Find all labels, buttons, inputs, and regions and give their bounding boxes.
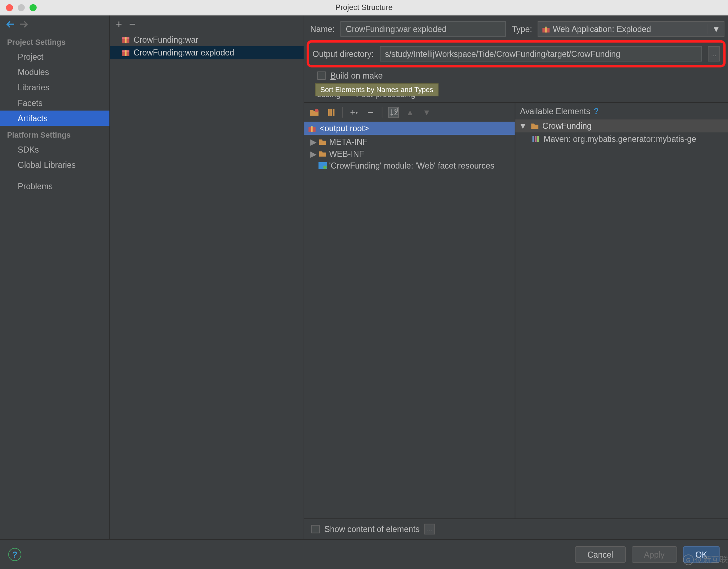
help-icon[interactable]: ? bbox=[594, 106, 599, 116]
show-content-checkbox[interactable] bbox=[311, 525, 320, 533]
dialog-footer: ? Cancel Apply OK bbox=[0, 539, 728, 569]
available-root[interactable]: ▼ CrowFunding bbox=[515, 119, 728, 133]
remove-icon[interactable]: − bbox=[365, 107, 376, 118]
sidebar-item-project[interactable]: Project bbox=[0, 49, 109, 64]
artifact-item[interactable]: CrowFunding:war bbox=[110, 33, 304, 46]
expand-icon[interactable]: ▼ bbox=[519, 121, 527, 131]
svg-rect-15 bbox=[311, 126, 312, 132]
show-content-label: Show content of elements bbox=[325, 524, 420, 534]
svg-rect-18 bbox=[532, 136, 534, 142]
available-title: Available Elements bbox=[520, 106, 590, 116]
svg-rect-7 bbox=[546, 27, 547, 33]
svg-rect-11 bbox=[333, 109, 334, 116]
name-label: Name: bbox=[310, 24, 335, 34]
sidebar-item-libraries[interactable]: Libraries bbox=[0, 80, 109, 95]
folder-icon bbox=[318, 138, 327, 145]
tree-label: 'CrowFunding' module: 'Web' facet resour… bbox=[329, 161, 494, 170]
svg-rect-20 bbox=[537, 136, 539, 142]
new-folder-icon[interactable] bbox=[309, 107, 320, 118]
sort-tooltip: Sort Elements by Names and Types bbox=[315, 83, 439, 96]
sidebar: Project Settings Project Modules Librari… bbox=[0, 15, 110, 539]
artifact-icon bbox=[308, 124, 316, 132]
forward-icon[interactable] bbox=[19, 20, 28, 28]
name-input[interactable] bbox=[341, 21, 506, 37]
watermark-text: 创新互联 bbox=[695, 554, 728, 565]
type-value: Web Application: Exploded bbox=[553, 24, 651, 34]
add-artifact-icon[interactable]: + bbox=[116, 19, 122, 30]
output-root[interactable]: <output root> bbox=[304, 122, 515, 135]
svg-point-17 bbox=[323, 165, 327, 169]
window-title: Project Structure bbox=[0, 3, 728, 12]
tree-row[interactable]: 'CrowFunding' module: 'Web' facet resour… bbox=[304, 160, 515, 171]
output-layout-panel: +▾ − az ▲ ▼ <output root> bbox=[304, 103, 515, 519]
sidebar-item-artifacts[interactable]: Artifacts bbox=[0, 111, 109, 126]
tree-label: WEB-INF bbox=[329, 149, 364, 159]
type-label: Type: bbox=[512, 24, 532, 34]
watermark: G 创新互联 bbox=[683, 554, 728, 565]
output-root-label: <output root> bbox=[320, 123, 369, 133]
add-icon[interactable]: +▾ bbox=[349, 107, 359, 118]
output-dir-label: Output directory: bbox=[312, 49, 374, 59]
watermark-logo-icon: G bbox=[683, 554, 694, 565]
svg-rect-5 bbox=[125, 50, 126, 56]
artifact-item[interactable]: CrowFunding:war exploded bbox=[110, 46, 304, 59]
move-up-icon[interactable]: ▲ bbox=[405, 107, 416, 118]
svg-point-8 bbox=[315, 109, 318, 112]
artifact-tabs: Sort Elements by Names and Types essing … bbox=[304, 85, 728, 103]
back-icon[interactable] bbox=[6, 20, 16, 28]
available-root-label: CrowFunding bbox=[542, 121, 592, 131]
cancel-button[interactable]: Cancel bbox=[575, 546, 626, 563]
web-facet-icon bbox=[318, 162, 327, 169]
svg-rect-9 bbox=[328, 109, 330, 116]
svg-rect-19 bbox=[535, 136, 536, 142]
sidebar-item-sdks[interactable]: SDKs bbox=[0, 142, 109, 157]
artifact-label: CrowFunding:war bbox=[134, 35, 198, 44]
tree-label: META-INF bbox=[329, 137, 368, 147]
section-project-settings: Project Settings bbox=[0, 33, 109, 49]
folder-icon bbox=[318, 150, 327, 157]
type-combo[interactable]: Web Application: Exploded ▼ bbox=[538, 21, 724, 37]
output-directory-row: Output directory: … bbox=[307, 40, 726, 67]
section-platform-settings: Platform Settings bbox=[0, 126, 109, 142]
svg-rect-10 bbox=[330, 109, 332, 116]
browse-button[interactable]: … bbox=[708, 46, 719, 62]
expand-icon[interactable]: ▶ bbox=[310, 149, 316, 159]
remove-artifact-icon[interactable]: − bbox=[129, 19, 135, 30]
sidebar-item-global-libraries[interactable]: Global Libraries bbox=[0, 157, 109, 172]
layout-icon[interactable] bbox=[326, 107, 336, 118]
artifact-type-icon bbox=[542, 25, 550, 33]
artifacts-list: + − CrowFunding:war CrowFunding:war expl… bbox=[110, 15, 304, 539]
tree-row[interactable]: ▶ WEB-INF bbox=[304, 148, 515, 160]
build-on-make-label: Build on make bbox=[330, 71, 383, 80]
artifact-icon bbox=[122, 48, 130, 57]
artifact-label: CrowFunding:war exploded bbox=[134, 48, 234, 58]
show-content-options[interactable]: … bbox=[424, 524, 435, 535]
available-elements-panel: Available Elements ? ▼ CrowFunding Maven… bbox=[515, 103, 728, 519]
move-down-icon[interactable]: ▼ bbox=[421, 107, 432, 118]
artifact-icon bbox=[122, 36, 130, 44]
help-button[interactable]: ? bbox=[8, 548, 21, 561]
svg-rect-2 bbox=[125, 37, 126, 43]
available-item[interactable]: Maven: org.mybatis.generator:mybatis-ge bbox=[515, 132, 728, 145]
chevron-down-icon: ▼ bbox=[707, 24, 720, 34]
sort-icon[interactable]: az bbox=[388, 107, 399, 118]
available-item-label: Maven: org.mybatis.generator:mybatis-ge bbox=[544, 134, 696, 144]
tree-row[interactable]: ▶ META-INF bbox=[304, 136, 515, 148]
library-icon bbox=[532, 135, 540, 143]
svg-text:z: z bbox=[394, 108, 398, 116]
apply-button[interactable]: Apply bbox=[632, 546, 677, 563]
expand-icon[interactable]: ▶ bbox=[310, 137, 316, 147]
titlebar: Project Structure bbox=[0, 0, 728, 15]
module-icon bbox=[531, 122, 539, 129]
sidebar-item-problems[interactable]: Problems bbox=[0, 179, 109, 194]
build-on-make-checkbox[interactable] bbox=[317, 71, 326, 80]
sidebar-item-modules[interactable]: Modules bbox=[0, 64, 109, 80]
sidebar-item-facets[interactable]: Facets bbox=[0, 95, 109, 111]
output-dir-input[interactable] bbox=[380, 46, 702, 62]
